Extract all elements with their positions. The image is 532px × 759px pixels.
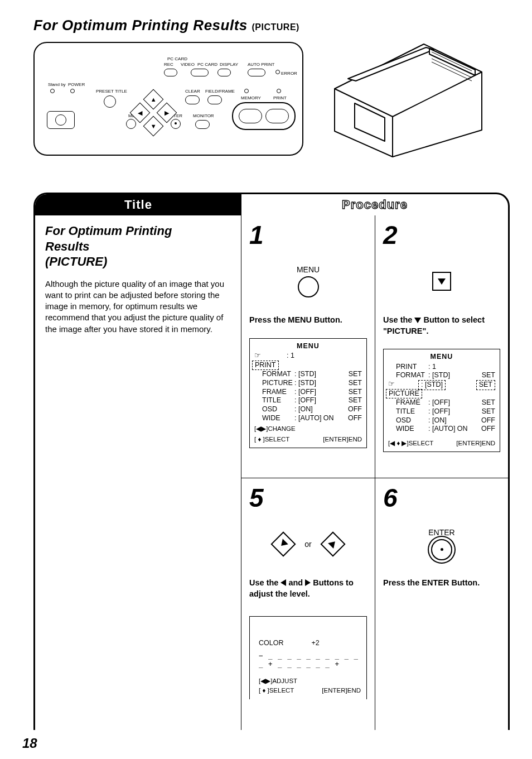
btn-down: ▼ bbox=[143, 116, 164, 137]
triangle-down-icon bbox=[414, 318, 421, 323]
btn-menu bbox=[126, 119, 136, 129]
step-1: 1 MENU Press the MENU Button. MENU ☞ PRI… bbox=[241, 215, 375, 478]
step-5: 5 or Use the and Buttons to adjust the l… bbox=[241, 478, 375, 730]
btn-clear bbox=[185, 95, 200, 104]
step5-screen: COLOR+2 − _ _ _ _ _ _ _ _ _ _ _ + _ _ _ … bbox=[249, 616, 367, 699]
device-illustration bbox=[315, 36, 487, 159]
step2-menu-screen: MENU PRINT: 1 FORMAT: [STD]SET ☞ PICTURE… bbox=[383, 349, 500, 452]
btn-preset-title bbox=[104, 95, 116, 108]
ctrl-label-enter: ENTER bbox=[428, 528, 454, 537]
step-number: 2 bbox=[383, 222, 500, 248]
btn-monitor bbox=[195, 120, 210, 129]
front-panel-diagram: Stand by POWER PRESET TITLE MENU ENTER ▲… bbox=[33, 42, 303, 156]
lbl-auto-print: AUTO PRINT bbox=[248, 62, 274, 67]
triangle-right-icon bbox=[328, 539, 338, 549]
lbl-field-frame: FIELD/FRAME bbox=[205, 89, 235, 94]
led-standby bbox=[50, 89, 55, 93]
step-2: 2 Use the Button to select "PICTURE". ME… bbox=[375, 215, 508, 478]
lbl-clear: CLEAR bbox=[185, 89, 200, 94]
svg-marker-0 bbox=[335, 44, 482, 157]
triangle-left-icon bbox=[278, 539, 288, 549]
header-title: Title bbox=[35, 194, 241, 215]
lbl-print: PRINT bbox=[273, 95, 287, 100]
main-frame: Title Procedure For Optimum Printing Res… bbox=[33, 193, 510, 730]
ctrl-label-menu: MENU bbox=[297, 265, 320, 274]
enter-button-icon bbox=[431, 539, 452, 560]
lbl-pc-card: PC CARD bbox=[167, 56, 187, 61]
procedure-grid: 1 MENU Press the MENU Button. MENU ☞ PRI… bbox=[241, 215, 508, 730]
step-number: 5 bbox=[249, 485, 367, 511]
page-title-main: For Optimum Printing Results bbox=[33, 17, 248, 33]
power-switch bbox=[47, 111, 75, 129]
step2-instruction: Use the Button to select "PICTURE". bbox=[383, 315, 500, 337]
lbl-rec: REC bbox=[164, 62, 173, 67]
lbl-standby: Stand by bbox=[48, 82, 66, 87]
step-number: 1 bbox=[249, 222, 367, 248]
lbl-memory: MEMORY bbox=[241, 95, 261, 100]
page-title: For Optimum Printing Results (PICTURE) bbox=[33, 17, 510, 34]
lbl-error: ERROR bbox=[281, 71, 297, 76]
or-label: or bbox=[304, 540, 311, 549]
section-header: Title Procedure bbox=[35, 194, 508, 215]
lbl-video: VIDEO bbox=[181, 62, 195, 67]
btn-field-frame bbox=[207, 95, 222, 104]
top-illustrations: Stand by POWER PRESET TITLE MENU ENTER ▲… bbox=[33, 42, 510, 170]
triangle-left-icon bbox=[280, 579, 286, 586]
lbl-display: DISPLAY bbox=[220, 62, 238, 67]
btn-up: ▲ bbox=[143, 89, 164, 110]
step1-instruction: Press the MENU Button. bbox=[249, 315, 367, 326]
page-number: 18 bbox=[22, 736, 37, 751]
left-heading: For Optimum Printing Results (PICTURE) bbox=[45, 223, 231, 270]
left-body: Although the picture quality of an image… bbox=[45, 278, 231, 335]
header-procedure: Procedure bbox=[241, 194, 508, 215]
step5-instruction: Use the and Buttons to adjust the level. bbox=[249, 578, 367, 599]
lbl-pc-card2: PC CARD bbox=[197, 62, 217, 67]
step-6: 6 ENTER Press the ENTER Button. bbox=[375, 478, 508, 730]
triangle-down-icon bbox=[438, 278, 446, 285]
step1-menu-screen: MENU ☞ PRINT: 1 FORMAT: [STD]SET PICTURE… bbox=[249, 338, 367, 448]
lbl-power: POWER bbox=[68, 82, 85, 87]
lbl-monitor: MONITOR bbox=[193, 113, 214, 118]
right-button-icon bbox=[320, 531, 345, 556]
step-number: 6 bbox=[383, 485, 500, 511]
title-column: For Optimum Printing Results (PICTURE) A… bbox=[35, 215, 241, 730]
page-title-sub: (PICTURE) bbox=[252, 22, 299, 32]
down-button-icon bbox=[432, 272, 451, 291]
btn-enter bbox=[171, 119, 181, 129]
memory-print-group bbox=[232, 102, 296, 130]
left-button-icon bbox=[271, 531, 296, 556]
led-power bbox=[70, 89, 75, 93]
lbl-preset-title: PRESET TITLE bbox=[96, 89, 127, 94]
triangle-right-icon bbox=[305, 579, 311, 586]
menu-button-icon bbox=[298, 276, 319, 297]
step6-instruction: Press the ENTER Button. bbox=[383, 578, 500, 589]
